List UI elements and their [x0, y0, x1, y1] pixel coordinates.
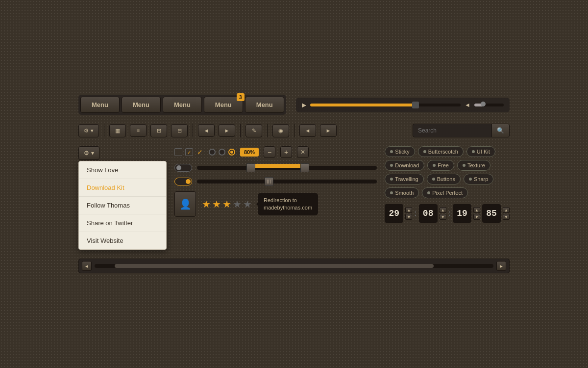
prev-btn[interactable]: ◄ [198, 124, 215, 137]
count-up-2[interactable]: ▲ [440, 207, 446, 213]
star-5[interactable]: ★ [243, 198, 252, 210]
count-arrows-4: ▲ ▼ [503, 207, 510, 220]
toggle-track-on[interactable] [174, 178, 192, 185]
scroll-next-btn[interactable]: ► [496, 261, 506, 271]
volume-thumb[interactable] [481, 102, 486, 106]
tag-dot-11 [427, 191, 430, 194]
toggle-track-off[interactable] [174, 164, 192, 172]
tag-sharp[interactable]: Sharp [464, 174, 493, 184]
toggle-row [174, 164, 377, 172]
nav-btn-3[interactable]: Menu [163, 97, 202, 113]
star-rating[interactable]: ★ ★ ★ ★ ★ [202, 198, 252, 210]
tag-sticky[interactable]: Sticky [385, 146, 415, 157]
range-thumb-left[interactable] [246, 163, 255, 172]
nav-btn-2[interactable]: Menu [122, 97, 161, 113]
nav-btn-5[interactable]: Menu [245, 97, 284, 113]
toggle-1[interactable] [174, 164, 192, 172]
tag-uikit[interactable]: UI Kit [466, 146, 495, 157]
gear-btn[interactable]: ⚙ ▾ [78, 146, 99, 160]
count-down-2[interactable]: ▼ [440, 214, 446, 220]
nav-menu: Menu Menu Menu Menu 3 Menu [78, 95, 286, 115]
checkmark-only[interactable]: ✓ [196, 148, 204, 156]
count-down-3[interactable]: ▼ [473, 214, 480, 220]
tag-free[interactable]: Free [427, 160, 454, 171]
checkmark-icon: ✓ [187, 150, 191, 155]
edit-btn[interactable]: ✎ [245, 124, 262, 137]
col3-view-btn[interactable]: ⊞ [150, 124, 167, 137]
menu-item-download[interactable]: Download Kit [79, 179, 166, 197]
tag-butterscotch[interactable]: Butterscotch [418, 146, 464, 157]
range-thumb-right[interactable] [300, 163, 309, 172]
checkbox-unchecked[interactable] [174, 148, 182, 156]
controls-row-1: ✓ ✓ 80% − + ✕ [174, 146, 377, 158]
count-up-3[interactable]: ▲ [473, 207, 480, 213]
star-3[interactable]: ★ [222, 198, 231, 210]
scroll-track[interactable] [95, 264, 493, 268]
volume-track[interactable] [474, 104, 504, 106]
progress-fill [310, 104, 416, 106]
nav-right-btn[interactable]: ► [320, 124, 337, 137]
tag-download[interactable]: Download [385, 160, 424, 171]
slider-line-2 [269, 180, 269, 184]
star-4[interactable]: ★ [233, 198, 242, 210]
count-up-1[interactable]: ▲ [405, 207, 412, 213]
search-input[interactable] [413, 124, 491, 137]
scroll-prev-btn[interactable]: ◄ [82, 261, 92, 271]
search-box: 🔍 [413, 124, 510, 137]
tooltip-line1: Redirection to [264, 197, 297, 203]
dropdown-arrow-icon: ▾ [91, 128, 94, 134]
plus-button[interactable]: + [280, 146, 292, 158]
gear-icon-2: ⚙ [84, 150, 89, 157]
toolbar: ⚙ ▾ ▦ ≡ ⊞ ⊟ ◄ ► ✎ ◉ ◄ [78, 124, 510, 137]
checkbox-checked[interactable]: ✓ [185, 148, 193, 156]
list-view-btn[interactable]: ≡ [130, 124, 147, 137]
toggle-2[interactable] [174, 178, 192, 185]
nav-btn-1[interactable]: Menu [80, 97, 120, 113]
grid-view-btn[interactable]: ▦ [109, 124, 126, 137]
pin-btn[interactable]: ◉ [272, 124, 289, 137]
search-button[interactable]: 🔍 [491, 124, 509, 137]
nav-left-btn[interactable]: ◄ [299, 124, 316, 137]
menu-item-website[interactable]: Visit Website [79, 232, 166, 249]
next-btn[interactable]: ► [219, 124, 235, 137]
menu-item-show-love[interactable]: Show Love [79, 161, 166, 179]
count-up-4[interactable]: ▲ [503, 207, 510, 213]
tags-row-1: Sticky Butterscotch UI Kit [385, 146, 510, 157]
slider2-thumb[interactable] [265, 177, 273, 186]
play-button[interactable]: ▶ [302, 102, 306, 108]
radio-on[interactable] [228, 149, 235, 156]
tag-pixel-perfect[interactable]: Pixel Perfect [422, 187, 468, 198]
count-down-1[interactable]: ▼ [405, 214, 412, 220]
tag-texture[interactable]: Texture [457, 160, 490, 171]
radio-off-1[interactable] [209, 149, 216, 156]
nav-btn-4[interactable]: Menu 3 [204, 97, 243, 113]
gear-icon: ⚙ [84, 128, 89, 134]
star-2[interactable]: ★ [212, 198, 221, 210]
col3-icon: ⊞ [157, 128, 161, 134]
tag-smooth[interactable]: Smooth [385, 187, 419, 198]
tags-row-4: Smooth Pixel Perfect [385, 187, 510, 198]
star-1[interactable]: ★ [202, 198, 211, 210]
grid-icon: ▦ [115, 128, 120, 134]
gear-dropdown-btn[interactable]: ⚙ ▾ [78, 124, 99, 137]
tag-buttons[interactable]: Buttons [427, 174, 461, 184]
slider-line-1 [267, 180, 268, 184]
count-box-1: 29 [385, 204, 403, 223]
menu-item-twitter[interactable]: Share on Twitter [79, 214, 166, 232]
close-button[interactable]: ✕ [297, 146, 309, 158]
count-box-3: 19 [453, 204, 471, 223]
slider2-track[interactable] [197, 180, 377, 184]
slider-line-3 [270, 180, 270, 184]
radio-off-2[interactable] [219, 149, 225, 156]
progress-thumb[interactable] [412, 102, 419, 108]
toggle-thumb-off [176, 165, 181, 170]
progress-track[interactable] [310, 104, 461, 106]
scroll-thumb[interactable] [115, 264, 434, 268]
tag-travelling[interactable]: Travelling [385, 174, 423, 184]
minus-button[interactable]: − [264, 146, 275, 158]
count-down-4[interactable]: ▼ [503, 214, 510, 220]
col4-view-btn[interactable]: ⊟ [171, 124, 188, 137]
menu-item-follow[interactable]: Follow Thomas [79, 197, 166, 214]
range-slider-track[interactable] [197, 166, 377, 170]
tag-dot-9 [469, 178, 472, 181]
